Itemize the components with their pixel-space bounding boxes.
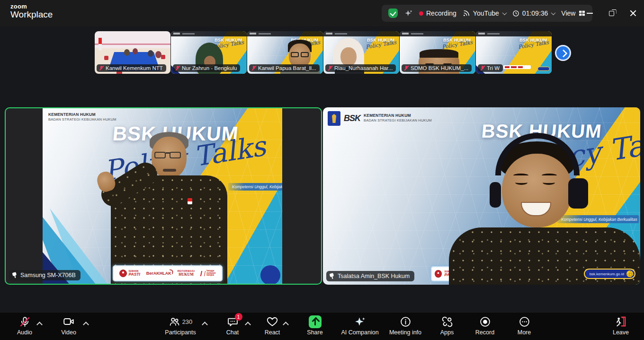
thumb-room-flag	[98, 38, 102, 50]
close-button[interactable]	[624, 7, 643, 20]
tile-participant-name: Tsalatsa Amin_BSK Hukum	[338, 273, 410, 279]
headphones-earcup	[568, 178, 588, 209]
participants-icon	[169, 316, 180, 328]
ai-companion-status-button[interactable]	[404, 9, 413, 18]
more-button[interactable]: More	[503, 315, 546, 336]
security-shield-button[interactable]	[388, 9, 398, 18]
tile-name-label: Tsalatsa Amin_BSK Hukum	[326, 271, 414, 281]
thumb-badge-mark	[518, 66, 523, 68]
agency-label: BADAN STRATEGI KEBIJAKAN HUKUM	[364, 118, 432, 122]
participants-button[interactable]: 230 Participants	[159, 315, 202, 336]
video-tile[interactable]: BSK HUKUM Policy Talks Kompetensi Unggul…	[323, 107, 640, 285]
share-screen-icon	[309, 315, 322, 328]
audio-options-caret[interactable]	[37, 321, 42, 326]
meeting-info-label: Meeting info	[389, 329, 421, 336]
participant-person	[446, 135, 640, 285]
meeting-timer-dropdown[interactable]: 01:09:36	[512, 9, 555, 17]
participant-thumbnail[interactable]: BSK HUKUM Policy Talks Nur Zahrun - Beng…	[171, 31, 247, 74]
thumb-room-chair	[104, 56, 108, 60]
participant-name-label: Nur Zahrun - Bengkulu	[173, 64, 240, 72]
speaker-person	[95, 127, 246, 284]
participant-name: Kanwil Papua Barat_Il...	[258, 65, 316, 71]
bsk-header-block: KEMENTERIAN HUKUM BADAN STRATEGI KEBIJAK…	[364, 113, 432, 122]
pin-icon	[329, 273, 336, 280]
participant-thumbnail[interactable]: BSK HUKUM Policy Talks Riau_Nurhasanah H…	[323, 31, 399, 74]
leave-label: Leave	[613, 329, 629, 336]
thumb-room-chair	[161, 55, 165, 59]
badge-bangga-melayani: bangga melayani bangsa	[201, 270, 215, 277]
person-eyebrow	[542, 174, 557, 177]
person-hair	[420, 49, 458, 58]
participants-options-caret[interactable]	[203, 321, 207, 326]
ministry-label: KEMENTERIAN HUKUM	[48, 112, 116, 117]
globe-icon	[626, 270, 633, 277]
restore-button[interactable]	[602, 7, 621, 20]
zoom-workplace-logo: zoom Workplace	[10, 3, 53, 19]
bsk-logo-text: BSK	[344, 113, 360, 123]
person-glasses-right	[301, 52, 309, 57]
apps-button[interactable]: Apps	[426, 315, 468, 336]
thumb-room-person	[148, 50, 153, 57]
react-label: React	[265, 329, 280, 336]
participant-thumbnail[interactable]: BSK HUKUM Policy Talks Kanwil Papua Bara…	[247, 31, 323, 74]
person-glasses-left	[154, 152, 166, 158]
meeting-info-button[interactable]: Meeting info	[382, 315, 429, 336]
tile-name-label: Samsung SM-X706B	[9, 270, 80, 280]
video-options-caret[interactable]	[84, 321, 89, 326]
leave-button[interactable]: Leave	[599, 315, 642, 336]
record-label: Record	[475, 329, 494, 336]
thumb-bsk-header	[247, 31, 323, 36]
zoom-meeting-window: zoom Workplace Recording YouTub	[0, 0, 644, 340]
livestream-dropdown[interactable]: YouTube	[463, 9, 506, 17]
record-button[interactable]: Record	[464, 315, 506, 336]
share-button[interactable]: Share	[294, 315, 336, 336]
stream-label: YouTube	[473, 9, 499, 17]
bsk-logo-block: BSK KEMENTERIAN HUKUM BADAN STRATEGI KEB…	[328, 111, 432, 126]
emblem-shape	[331, 114, 338, 123]
participant-name: Riau_Nurhasanah Har...	[334, 65, 393, 71]
apps-label: Apps	[440, 329, 454, 336]
participants-count: 230	[182, 318, 193, 325]
thumb-room-person	[124, 49, 130, 56]
pasti-logo-icon	[119, 270, 127, 277]
record-icon	[479, 316, 491, 328]
person-mustache	[163, 169, 176, 172]
react-options-caret[interactable]	[284, 321, 288, 326]
video-tile-active-speaker[interactable]: BSK HUKUM Policy Talks Kompetensi Unggul…	[5, 107, 322, 285]
participant-name: Nur Zahrun - Bengkulu	[182, 65, 237, 71]
person-eye	[515, 180, 528, 185]
participant-thumbnail[interactable]: BSK HUKUM Policy Talks Tri W	[476, 31, 552, 74]
audio-label: Audio	[17, 329, 32, 336]
participant-thumbnail[interactable]: Kanwil Kemenkum NTT	[95, 31, 170, 74]
bsk-badge-circle	[260, 265, 280, 284]
participant-name-label: Kanwil Papua Barat_Il...	[249, 64, 320, 72]
participant-name-label: Riau_Nurhasanah Har...	[325, 64, 396, 72]
tile-participant-name: Samsung SM-X706B	[20, 272, 76, 279]
agency-label: BADAN STRATEGI KEBIJAKAN HUKUM	[48, 117, 116, 122]
info-icon	[400, 316, 411, 328]
badge-text: PASTI	[128, 272, 140, 277]
more-label: More	[518, 329, 531, 336]
pin-icon	[11, 272, 18, 279]
muted-mic-icon	[98, 66, 104, 71]
ai-companion-button[interactable]: AI Companion	[336, 315, 384, 336]
person-name-badge	[188, 198, 192, 204]
headphones-earcup	[490, 182, 501, 208]
chat-unread-badge: 1	[235, 313, 242, 321]
thumb-room-wall-stripe	[95, 44, 170, 45]
chat-options-caret[interactable]	[246, 321, 250, 326]
video-content: BSK HUKUM Policy Talks Kompetensi Unggul…	[323, 107, 640, 285]
recording-indicator[interactable]: Recording	[419, 9, 456, 17]
participant-filmstrip: Kanwil Kemenkum NTT BSK HUKUM Policy Tal…	[95, 31, 552, 74]
recording-dot-icon	[419, 11, 423, 16]
participant-thumbnail[interactable]: BSK HUKUM Policy Talks SDMO BSK HUKUM_..…	[400, 31, 475, 74]
clock-icon	[512, 10, 519, 17]
headphones-band-icon	[495, 133, 580, 175]
minimize-button[interactable]	[580, 7, 599, 20]
bangga-logo-icon	[200, 271, 206, 276]
bsk-header-block: KEMENTERIAN HUKUM BADAN STRATEGI KEBIJAK…	[48, 112, 116, 122]
thumb-website-pill	[537, 67, 550, 71]
pasti-logo-icon	[435, 270, 442, 278]
filmstrip-next-button[interactable]	[555, 45, 571, 61]
sparkle-icon	[404, 9, 413, 18]
